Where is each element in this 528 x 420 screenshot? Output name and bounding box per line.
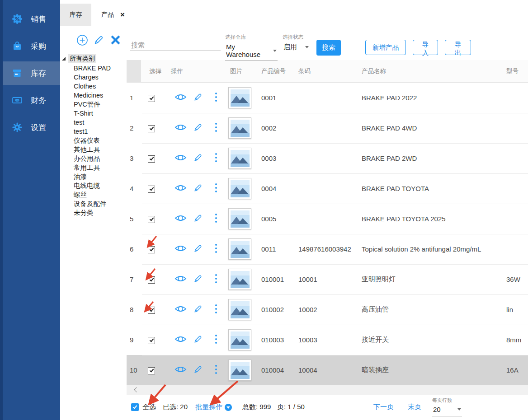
row-checkbox[interactable] (148, 95, 155, 102)
add-product-button[interactable]: 新增产品 (365, 40, 406, 55)
more-options-icon[interactable] (215, 334, 217, 346)
table-row[interactable]: 8 (127, 294, 528, 325)
edit-icon[interactable] (193, 92, 203, 104)
category-item[interactable]: PVC管件 (60, 100, 127, 109)
select-all-control[interactable]: 全选 (131, 403, 156, 411)
warehouse-select[interactable]: My Warehouse (225, 42, 278, 61)
view-icon[interactable] (174, 364, 187, 376)
category-item[interactable]: BRAKE PAD (60, 64, 127, 73)
table-row[interactable]: 9 (127, 325, 528, 355)
view-icon[interactable] (174, 274, 187, 285)
edit-icon[interactable] (193, 334, 203, 346)
edit-icon[interactable] (193, 153, 203, 164)
category-item[interactable]: Clothes (60, 82, 127, 91)
category-item[interactable]: 其他工具 (60, 145, 127, 154)
product-image-thumbnail[interactable] (228, 208, 251, 229)
view-icon[interactable] (174, 122, 187, 134)
edit-icon[interactable] (193, 213, 203, 225)
table-row[interactable]: 6 (127, 234, 528, 264)
more-options-icon[interactable] (215, 213, 217, 225)
horizontal-scrollbar[interactable] (127, 385, 528, 395)
product-image-thumbnail[interactable] (228, 269, 251, 290)
product-image-thumbnail[interactable] (228, 238, 251, 260)
more-options-icon[interactable] (215, 273, 217, 286)
category-item[interactable]: 办公用品 (60, 154, 127, 163)
edit-icon[interactable] (193, 304, 203, 316)
category-item[interactable]: 螺丝 (60, 190, 127, 199)
product-image-thumbnail[interactable] (228, 178, 251, 199)
next-page-button[interactable]: 下一页 (373, 403, 394, 411)
product-image-thumbnail[interactable] (228, 87, 251, 108)
close-icon[interactable]: × (120, 11, 125, 19)
table-row[interactable]: 3 (127, 143, 528, 173)
product-image-thumbnail[interactable] (228, 329, 251, 350)
category-item[interactable]: 电线电缆 (60, 181, 127, 190)
category-item[interactable]: 油漆 (60, 172, 127, 181)
more-options-icon[interactable] (215, 152, 217, 165)
sidebar-item-purchasing[interactable]: 采购 (3, 34, 60, 58)
row-checkbox[interactable] (148, 367, 155, 374)
row-checkbox[interactable] (148, 276, 155, 284)
category-root[interactable]: 所有类别 (60, 54, 127, 63)
view-icon[interactable] (174, 153, 187, 164)
table-row[interactable]: 4 (127, 173, 528, 204)
category-item[interactable]: 常用工具 (60, 163, 127, 172)
edit-category-icon[interactable] (93, 34, 104, 47)
add-category-icon[interactable] (76, 34, 88, 48)
edit-icon[interactable] (193, 183, 203, 195)
view-icon[interactable] (174, 92, 187, 104)
edit-icon[interactable] (193, 364, 203, 376)
status-select[interactable]: 启用 (283, 42, 310, 54)
scroll-left-icon[interactable] (134, 387, 139, 392)
row-checkbox[interactable] (148, 246, 155, 253)
product-image-thumbnail[interactable] (228, 359, 251, 381)
view-icon[interactable] (174, 243, 187, 255)
tree-expander-icon[interactable] (62, 57, 66, 61)
category-item[interactable]: 未分类 (60, 208, 127, 217)
product-image-thumbnail[interactable] (228, 299, 251, 320)
row-checkbox[interactable] (148, 155, 155, 163)
view-icon[interactable] (174, 304, 187, 316)
category-item[interactable]: test (60, 118, 127, 127)
table-row[interactable]: 2 (127, 113, 528, 143)
delete-category-icon[interactable] (109, 34, 122, 48)
sidebar-item-settings[interactable]: 设置 (3, 116, 60, 139)
more-options-icon[interactable] (215, 243, 217, 256)
table-row[interactable]: 5 (127, 204, 528, 234)
more-options-icon[interactable] (215, 92, 217, 104)
row-checkbox[interactable] (148, 307, 155, 314)
search-button[interactable]: 搜索 (316, 40, 341, 56)
category-item[interactable]: test1 (60, 127, 127, 136)
sidebar-item-inventory[interactable]: 库存 (3, 61, 60, 85)
import-button[interactable]: 导入 (413, 40, 438, 55)
edit-icon[interactable] (193, 122, 203, 134)
view-icon[interactable] (174, 183, 187, 195)
more-options-icon[interactable] (215, 122, 217, 135)
row-checkbox[interactable] (148, 186, 155, 193)
rows-per-page-select[interactable]: 20 (432, 404, 462, 416)
more-options-icon[interactable] (215, 303, 217, 316)
more-options-icon[interactable] (215, 182, 217, 195)
sidebar-item-finance[interactable]: 100 财务 (3, 89, 60, 112)
sidebar-item-sales[interactable]: 销售 (3, 7, 60, 31)
view-icon[interactable] (174, 334, 187, 346)
export-button[interactable]: 导出 (445, 40, 471, 55)
row-checkbox[interactable] (148, 337, 155, 344)
edit-icon[interactable] (193, 243, 203, 255)
select-all-checkbox[interactable] (131, 403, 139, 411)
batch-actions-button[interactable]: 批量操作 (195, 403, 232, 411)
category-item[interactable]: Medicines (60, 91, 127, 100)
product-image-thumbnail[interactable] (228, 148, 251, 169)
category-item[interactable]: Charges (60, 73, 127, 82)
table-row[interactable]: 1 (127, 83, 528, 113)
edit-icon[interactable] (193, 274, 203, 285)
table-row[interactable]: 7 (127, 264, 528, 294)
more-options-icon[interactable] (215, 364, 217, 377)
tab-products[interactable]: 产品 × (91, 4, 135, 26)
category-item[interactable]: 设备及配件 (60, 199, 127, 208)
row-checkbox[interactable] (148, 216, 155, 223)
category-item[interactable]: 仪器仪表 (60, 136, 127, 145)
category-item[interactable]: T-Shirt (60, 109, 127, 118)
search-input[interactable] (130, 39, 221, 51)
table-row[interactable]: 10 (127, 355, 528, 385)
